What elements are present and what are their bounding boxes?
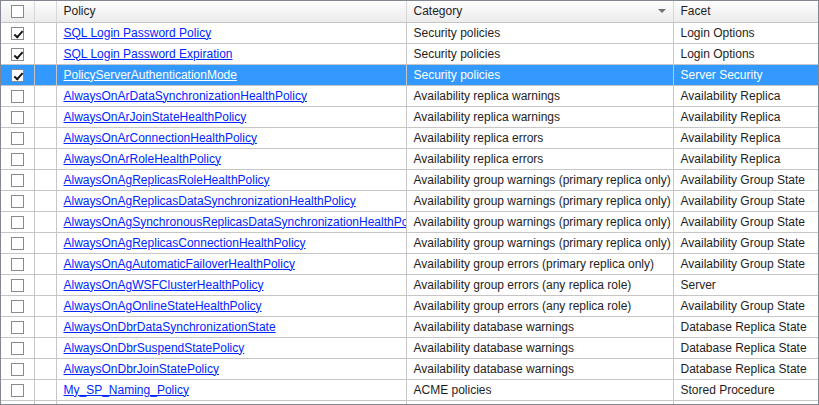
column-header-policy-label: Policy [64, 4, 96, 18]
category-cell: Availability replica errors [406, 148, 673, 169]
column-header-policy[interactable]: Policy [56, 1, 406, 22]
table-row[interactable]: AlwaysOnAgSynchronousReplicasDataSynchro… [1, 211, 818, 232]
row-checkbox[interactable] [11, 363, 24, 376]
column-header-facet-label: Facet [681, 4, 711, 18]
table-row[interactable]: AlwaysOnArRoleHealthPolicy Availability … [1, 148, 818, 169]
row-checkbox[interactable] [11, 153, 24, 166]
policy-link[interactable]: PolicyServerAuthenticationMode [64, 68, 237, 82]
table-row[interactable]: AlwaysOnDbrJoinStatePolicy Availability … [1, 358, 818, 379]
facet-cell: Availability Group State [673, 190, 818, 211]
facet-cell: Login Options [673, 43, 818, 64]
state-icon-cell [34, 22, 56, 43]
select-all-checkbox[interactable] [11, 5, 24, 18]
category-cell: Availability group errors (any replica r… [406, 274, 673, 295]
facet-cell: Stored Procedure [673, 379, 818, 400]
policy-link[interactable]: AlwaysOnArRoleHealthPolicy [64, 152, 221, 166]
row-checkbox[interactable] [11, 300, 24, 313]
policy-link[interactable]: AlwaysOnArDataSynchronizationHealthPolic… [64, 89, 307, 103]
policy-link[interactable]: SQL Login Password Policy [64, 26, 212, 40]
checkbox-cell [1, 190, 34, 211]
row-checkbox[interactable] [11, 27, 24, 40]
policy-cell: AlwaysOnAgReplicasRoleHealthPolicy [56, 169, 406, 190]
category-cell: Availability group warnings (primary rep… [406, 190, 673, 211]
policy-link[interactable]: AlwaysOnDbrDataSynchronizationState [64, 320, 276, 334]
policy-link[interactable]: AlwaysOnArConnectionHealthPolicy [64, 131, 257, 145]
row-checkbox[interactable] [11, 90, 24, 103]
table-row[interactable]: AlwaysOnAgAutomaticFailoverHealthPolicy … [1, 253, 818, 274]
checkbox-cell [1, 106, 34, 127]
category-cell: Availability group warnings (primary rep… [406, 169, 673, 190]
policy-link[interactable]: AlwaysOnAgAutomaticFailoverHealthPolicy [64, 257, 295, 271]
policy-cell: AlwaysOnAgWSFClusterHealthPolicy [56, 274, 406, 295]
row-checkbox[interactable] [11, 216, 24, 229]
table-row[interactable]: My_SP_Naming_Policy ACME policies Stored… [1, 379, 818, 400]
checkbox-cell [1, 274, 34, 295]
table-row[interactable]: AlwaysOnArJoinStateHealthPolicy Availabi… [1, 106, 818, 127]
column-header-facet[interactable]: Facet [673, 1, 818, 22]
row-checkbox[interactable] [11, 258, 24, 271]
facet-cell: Availability Group State [673, 232, 818, 253]
checkbox-cell [1, 148, 34, 169]
policy-link[interactable]: AlwaysOnDbrSuspendStatePolicy [64, 341, 245, 355]
state-icon-column-header [34, 1, 56, 22]
row-checkbox[interactable] [11, 174, 24, 187]
row-checkbox[interactable] [11, 69, 24, 82]
policy-cell: AlwaysOnArDataSynchronizationHealthPolic… [56, 85, 406, 106]
state-icon-cell [34, 127, 56, 148]
table-row[interactable]: AlwaysOnArConnectionHealthPolicy Availab… [1, 127, 818, 148]
state-icon-cell [34, 85, 56, 106]
table-row[interactable]: AlwaysOnDbrSuspendStatePolicy Availabili… [1, 337, 818, 358]
row-checkbox[interactable] [11, 237, 24, 250]
row-checkbox[interactable] [11, 195, 24, 208]
state-icon-cell [34, 400, 56, 405]
policy-link[interactable]: AlwaysOnAgOnlineStateHealthPolicy [64, 299, 262, 313]
category-cell: Availability group warnings (primary rep… [406, 232, 673, 253]
policy-link[interactable]: AlwaysOnAgReplicasRoleHealthPolicy [64, 173, 270, 187]
policy-link[interactable]: My_SP_Naming_Policy [64, 383, 189, 397]
row-checkbox[interactable] [11, 111, 24, 124]
category-cell: Availability database warnings [406, 337, 673, 358]
table-row[interactable]: AlwaysOnDbrDataSynchronizationState Avai… [1, 316, 818, 337]
row-checkbox[interactable] [11, 279, 24, 292]
facet-cell: Availability Replica [673, 127, 818, 148]
state-icon-cell [34, 274, 56, 295]
table-row[interactable]: AlwaysOnAgWSFClusterHealthPolicy Availab… [1, 274, 818, 295]
table-row[interactable]: AlwaysOnAgReplicasConnectionHealthPolicy… [1, 232, 818, 253]
table-row[interactable]: PolicyCustomersCount ACME policies Serve… [1, 400, 818, 405]
state-icon-cell [34, 148, 56, 169]
table-row[interactable]: SQL Login Password Policy Security polic… [1, 22, 818, 43]
row-checkbox[interactable] [11, 342, 24, 355]
state-icon-cell [34, 316, 56, 337]
facet-cell: Availability Replica [673, 85, 818, 106]
policy-link[interactable]: AlwaysOnAgSynchronousReplicasDataSynchro… [64, 215, 407, 229]
policy-link[interactable]: AlwaysOnAgWSFClusterHealthPolicy [64, 278, 264, 292]
facet-cell: Availability Group State [673, 253, 818, 274]
state-icon-cell [34, 43, 56, 64]
policies-table: Policy Category Facet [1, 1, 818, 405]
policy-cell: SQL Login Password Policy [56, 22, 406, 43]
policy-link[interactable]: SQL Login Password Expiration [64, 47, 233, 61]
row-checkbox[interactable] [11, 321, 24, 334]
checkbox-cell [1, 379, 34, 400]
table-row[interactable]: AlwaysOnArDataSynchronizationHealthPolic… [1, 85, 818, 106]
state-icon-cell [34, 232, 56, 253]
table-row[interactable]: PolicyServerAuthenticationMode Security … [1, 64, 818, 85]
table-row[interactable]: SQL Login Password Expiration Security p… [1, 43, 818, 64]
state-icon-cell [34, 358, 56, 379]
row-checkbox[interactable] [11, 48, 24, 61]
policy-link[interactable]: AlwaysOnAgReplicasDataSynchronizationHea… [64, 194, 356, 208]
policy-cell: AlwaysOnArConnectionHealthPolicy [56, 127, 406, 148]
row-checkbox[interactable] [11, 384, 24, 397]
category-cell: ACME policies [406, 400, 673, 405]
table-row[interactable]: AlwaysOnAgReplicasRoleHealthPolicy Avail… [1, 169, 818, 190]
table-row[interactable]: AlwaysOnAgOnlineStateHealthPolicy Availa… [1, 295, 818, 316]
column-header-category[interactable]: Category [406, 1, 673, 22]
policy-link[interactable]: AlwaysOnArJoinStateHealthPolicy [64, 110, 247, 124]
category-cell: Availability group errors (any replica r… [406, 295, 673, 316]
policy-link[interactable]: AlwaysOnAgReplicasConnectionHealthPolicy [64, 236, 306, 250]
table-row[interactable]: AlwaysOnAgReplicasDataSynchronizationHea… [1, 190, 818, 211]
row-checkbox[interactable] [11, 132, 24, 145]
policy-cell: AlwaysOnAgReplicasDataSynchronizationHea… [56, 190, 406, 211]
checkbox-cell [1, 85, 34, 106]
policy-link[interactable]: AlwaysOnDbrJoinStatePolicy [64, 362, 219, 376]
